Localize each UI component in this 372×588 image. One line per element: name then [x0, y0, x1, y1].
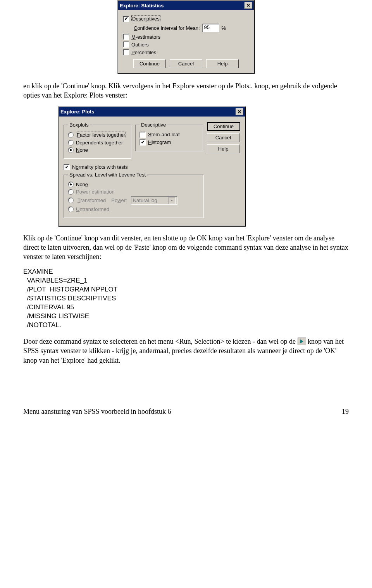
spread-transformed-radio: Transformed Power: Natural log ▾ — [68, 196, 200, 205]
descriptives-checkbox[interactable]: ✔ Descriptives — [123, 15, 249, 22]
chevron-down-icon: ▾ — [169, 197, 176, 204]
spss-syntax-block: EXAMINE VARIABLES=ZRE_1 /PLOT HISTOGRAM … — [23, 267, 349, 330]
cancel-button[interactable]: Cancel — [207, 133, 239, 142]
close-icon[interactable]: ✕ — [236, 108, 243, 115]
continue-button[interactable]: Continue — [207, 122, 240, 131]
percentiles-checkbox[interactable]: Percentiles — [123, 49, 249, 55]
explore-statistics-dialog: Explore: Statistics ✕ ✔ Descriptives Con… — [117, 0, 255, 74]
titlebar: Explore: Plots ✕ — [59, 107, 245, 117]
normality-plots-checkbox[interactable]: ✔ Normality plots with tests — [64, 164, 240, 170]
confidence-interval-input[interactable]: 95 — [202, 24, 219, 32]
spread-untransformed-radio: Untransformed — [68, 206, 200, 212]
continue-button[interactable]: Continue — [133, 59, 166, 68]
footer-text: Menu aansturing van SPSS voorbeeld in ho… — [23, 408, 171, 416]
dependents-together-radio[interactable]: Dependents together — [68, 140, 127, 146]
percent-label: % — [222, 25, 226, 31]
boxplots-legend: Boxplots — [68, 122, 90, 128]
dialog-title: Explore: Statistics — [120, 3, 164, 9]
spread-none-radio[interactable]: None — [68, 182, 200, 187]
page-footer: Menu aansturing van SPSS voorbeeld in ho… — [23, 408, 349, 416]
boxplots-none-radio[interactable]: None — [68, 147, 127, 153]
spread-power-estimation-radio: Power estimation — [68, 189, 200, 195]
paragraph-3: Door deze command syntax te selecteren e… — [23, 337, 349, 365]
explore-plots-dialog: Explore: Plots ✕ Boxplots Factor levels … — [58, 106, 246, 226]
paragraph-3-a: Door deze command syntax te selecteren e… — [23, 338, 298, 345]
cancel-button[interactable]: Cancel — [170, 59, 202, 68]
descriptives-label: escriptives — [136, 16, 159, 22]
run-icon — [298, 338, 306, 345]
confidence-interval-row: Confidence Interval for Mean: 95 % — [134, 24, 249, 32]
titlebar: Explore: Statistics ✕ — [118, 1, 254, 10]
power-value-label: Natural log — [133, 197, 157, 203]
factor-levels-radio[interactable]: Factor levels together — [68, 132, 127, 138]
help-button[interactable]: Help — [207, 144, 239, 153]
descriptive-legend: Descriptive — [140, 122, 167, 128]
paragraph-1: en klik op de 'Continue' knop. Klik verv… — [23, 81, 349, 100]
stem-and-leaf-checkbox[interactable]: Stem-and-leaf — [140, 132, 199, 138]
power-dropdown: Natural log ▾ — [131, 196, 177, 205]
close-icon[interactable]: ✕ — [245, 2, 252, 9]
help-button[interactable]: Help — [206, 59, 239, 68]
histogram-checkbox[interactable]: ✔ Histogram — [140, 139, 199, 146]
spread-legend: Spread vs. Level with Levene Test — [68, 172, 147, 178]
footer-page-number: 19 — [342, 408, 349, 416]
dialog-title: Explore: Plots — [60, 109, 94, 115]
paragraph-2: Klik op de 'Continue' knop van dit venst… — [23, 233, 349, 262]
mestimators-checkbox[interactable]: M-estimators — [123, 34, 249, 40]
outliers-checkbox[interactable]: Outliers — [123, 41, 249, 48]
